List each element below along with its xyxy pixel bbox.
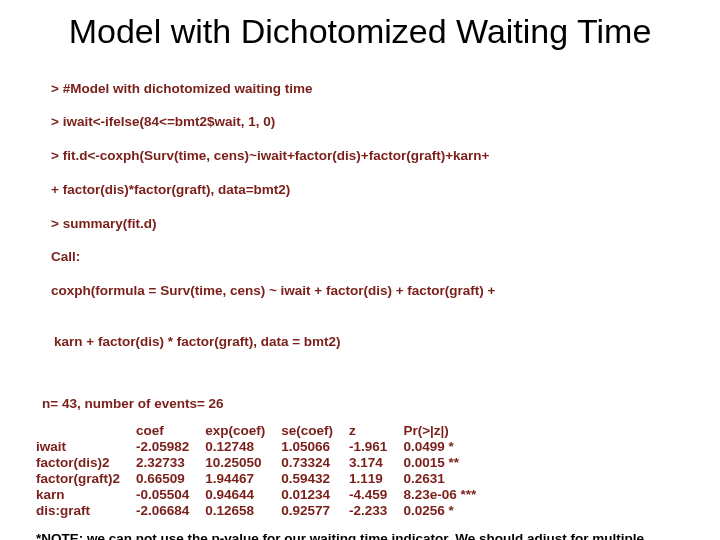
code-line: + factor(dis)*factor(graft), data=bmt2) [51, 182, 290, 197]
slide: Model with Dichotomized Waiting Time > #… [0, 0, 720, 540]
cell: 0.01234 [281, 487, 349, 503]
cell: -2.06684 [136, 503, 205, 519]
code-line: karn + factor(dis) * factor(graft), data… [36, 334, 684, 351]
cell: factor(graft)2 [36, 471, 136, 487]
cell: 10.25050 [205, 455, 281, 471]
table-row: iwait -2.05982 0.12748 1.05066 -1.961 0.… [36, 439, 492, 455]
col-header: coef [136, 423, 205, 439]
cell: 8.23e-06 *** [403, 487, 492, 503]
table-row: factor(graft)2 0.66509 1.94467 0.59432 1… [36, 471, 492, 487]
cell: 0.92577 [281, 503, 349, 519]
cell: 0.12658 [205, 503, 281, 519]
table-row: dis:graft -2.06684 0.12658 0.92577 -2.23… [36, 503, 492, 519]
table-row: karn -0.05504 0.94644 0.01234 -4.459 8.2… [36, 487, 492, 503]
cell: -2.233 [349, 503, 403, 519]
cell: 0.66509 [136, 471, 205, 487]
stats-line: n= 43, number of events= 26 [42, 396, 684, 411]
cell: 0.73324 [281, 455, 349, 471]
cell: 1.94467 [205, 471, 281, 487]
col-header [36, 423, 136, 439]
code-block: > #Model with dichotomized waiting time … [36, 64, 684, 385]
cell: 0.94644 [205, 487, 281, 503]
cell: iwait [36, 439, 136, 455]
code-line: > iwait<-ifelse(84<=bmt2$wait, 1, 0) [51, 114, 275, 129]
cell: 1.119 [349, 471, 403, 487]
cell: -0.05504 [136, 487, 205, 503]
cell: -4.459 [349, 487, 403, 503]
cell: dis:graft [36, 503, 136, 519]
cell: factor(dis)2 [36, 455, 136, 471]
cell: -2.05982 [136, 439, 205, 455]
cell: 0.59432 [281, 471, 349, 487]
cell: 0.2631 [403, 471, 492, 487]
col-header: z [349, 423, 403, 439]
table-row: factor(dis)2 2.32733 10.25050 0.73324 3.… [36, 455, 492, 471]
coef-table: coef exp(coef) se(coef) z Pr(>|z|) iwait… [36, 423, 492, 519]
code-line: coxph(formula = Surv(time, cens) ~ iwait… [51, 283, 495, 298]
cell: -1.961 [349, 439, 403, 455]
col-header: se(coef) [281, 423, 349, 439]
cell: 2.32733 [136, 455, 205, 471]
cell: 0.0256 * [403, 503, 492, 519]
slide-title: Model with Dichotomized Waiting Time [36, 14, 684, 50]
cell: 0.0499 * [403, 439, 492, 455]
cell: karn [36, 487, 136, 503]
note-block: *NOTE: we can not use the p-value for ou… [36, 531, 684, 540]
code-line: > summary(fit.d) [51, 216, 156, 231]
cell: 3.174 [349, 455, 403, 471]
cell: 0.12748 [205, 439, 281, 455]
cell: 0.0015 ** [403, 455, 492, 471]
cell: 1.05066 [281, 439, 349, 455]
col-header: Pr(>|z|) [403, 423, 492, 439]
table-header-row: coef exp(coef) se(coef) z Pr(>|z|) [36, 423, 492, 439]
note-line: *NOTE: we can not use the p-value for ou… [36, 531, 644, 540]
code-line: Call: [51, 249, 80, 264]
code-line: > fit.d<-coxph(Surv(time, cens)~iwait+fa… [51, 148, 489, 163]
code-line: > #Model with dichotomized waiting time [51, 81, 312, 96]
col-header: exp(coef) [205, 423, 281, 439]
